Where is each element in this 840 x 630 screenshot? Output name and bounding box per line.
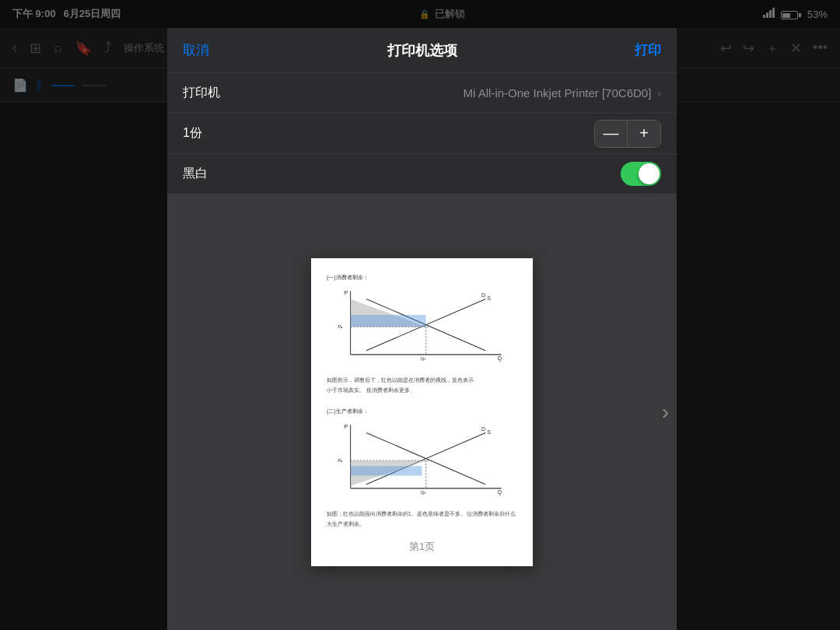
svg-text:Q: Q (497, 489, 502, 495)
svg-text:Q₀: Q₀ (420, 489, 426, 495)
printer-value-container: Mi All-in-One Inkjet Printer [70C6D0] › (464, 86, 661, 100)
svg-rect-25 (351, 466, 422, 475)
modal-header: 取消 打印机选项 打印 (167, 28, 677, 73)
svg-text:S: S (487, 429, 491, 436)
bottom-chart-desc1: 如图：红色以能面向消费者剩余的1。蓝色意味者是不多。 位消费者剩余归什么 (327, 510, 517, 517)
copies-stepper[interactable]: — + (594, 120, 661, 148)
bottom-chart-area: (二)生产者剩余： P Q (324, 404, 520, 532)
cancel-button[interactable]: 取消 (183, 41, 209, 59)
copies-row: 1份 — + (167, 114, 677, 154)
toggle-knob (639, 163, 660, 184)
top-chart-label: (一)消费者剩余： (327, 274, 517, 282)
modal-body: 打印机 Mi All-in-One Inkjet Printer [70C6D0… (167, 73, 677, 630)
nav-right-button[interactable]: › (662, 400, 669, 425)
svg-text:D: D (481, 292, 485, 299)
printer-label: 打印机 (183, 85, 220, 101)
bw-row: 黑白 (167, 154, 677, 194)
chevron-right-icon: › (657, 87, 661, 100)
options-section: 打印机 Mi All-in-One Inkjet Printer [70C6D0… (167, 73, 677, 194)
top-chart-desc1: 如图所示，调整后了，红色以能是在消费者的视线，蓝色表示 (327, 376, 517, 383)
top-chart-desc2: 小于市场真实。 批消费者剩余更多。 (327, 387, 517, 394)
bw-toggle[interactable] (621, 162, 661, 186)
svg-text:Q: Q (497, 355, 502, 362)
paper-preview: (一)消费者剩余： P Q (311, 258, 533, 567)
svg-text:Q₀: Q₀ (420, 355, 426, 361)
bottom-chart-svg: P Q D S (327, 417, 517, 504)
svg-text:P: P (344, 290, 348, 296)
paper-content: (一)消费者剩余： P Q (324, 271, 520, 533)
bw-label: 黑白 (183, 166, 208, 182)
printer-row[interactable]: 打印机 Mi All-in-One Inkjet Printer [70C6D0… (167, 73, 677, 114)
svg-rect-11 (351, 314, 426, 326)
svg-text:P₁: P₁ (338, 324, 343, 329)
copies-label: 1份 (183, 125, 202, 142)
svg-text:D: D (481, 426, 485, 432)
svg-text:P: P (344, 424, 348, 430)
svg-text:S: S (487, 296, 491, 302)
increment-button[interactable]: + (628, 121, 660, 147)
print-preview-area: › (一)消费者剩余： P Q (167, 194, 677, 630)
modal-title: 打印机选项 (387, 41, 457, 60)
top-chart-svg: P Q D S (327, 283, 517, 370)
print-button[interactable]: 打印 (635, 41, 661, 59)
svg-text:P₁: P₁ (338, 457, 343, 463)
decrement-button[interactable]: — (595, 121, 628, 147)
top-chart-area: (一)消费者剩余： P Q (324, 271, 520, 398)
printer-value: Mi All-in-One Inkjet Printer [70C6D0] (464, 86, 652, 100)
page-number-label: 第1页 (409, 540, 435, 554)
bottom-chart-label: (二)生产者剩余： (327, 408, 517, 415)
print-options-modal: 取消 打印机选项 打印 打印机 Mi All-in-One Inkjet Pri… (167, 28, 677, 630)
bottom-chart-desc2: 大生产者剩余。 (327, 520, 517, 527)
